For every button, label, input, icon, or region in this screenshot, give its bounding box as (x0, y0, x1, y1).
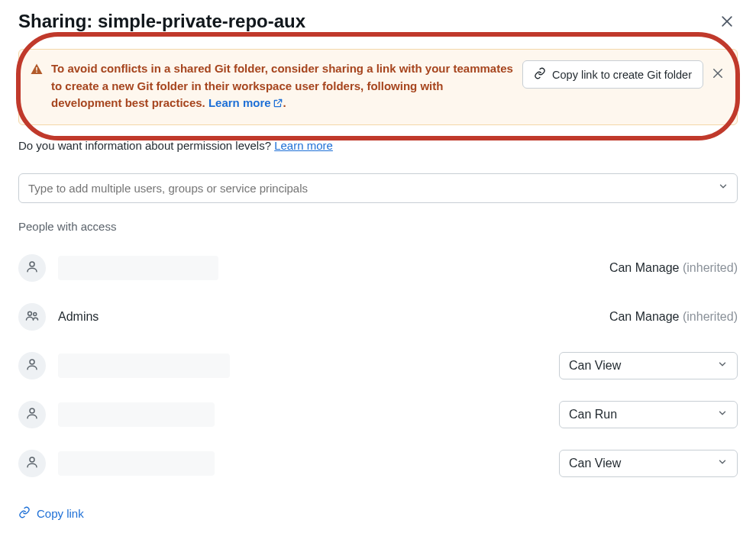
svg-point-11 (30, 457, 34, 462)
copy-link-button[interactable]: Copy link (18, 506, 84, 521)
permission-learn-more-link[interactable]: Learn more (274, 139, 333, 152)
chevron-down-icon (717, 359, 728, 373)
permission-label: Can Manage (609, 261, 680, 274)
user-icon (25, 260, 39, 276)
svg-point-7 (28, 312, 32, 315)
svg-rect-2 (36, 67, 37, 71)
access-row: Can View (18, 341, 738, 390)
permission-static: Can Manage (inherited) (609, 310, 738, 324)
user-icon (25, 455, 39, 472)
svg-point-8 (34, 312, 37, 315)
principal-name-redacted (58, 256, 218, 280)
group-icon (25, 308, 39, 325)
git-folder-alert: To avoid conflicts in a shared Git folde… (18, 49, 738, 125)
close-icon (719, 14, 735, 29)
permission-select-value: Can View (569, 457, 621, 470)
svg-rect-3 (36, 72, 37, 73)
close-icon (711, 71, 725, 82)
link-icon (18, 506, 31, 521)
access-row: Can View (18, 439, 738, 488)
permission-info-text: Do you want information about permission… (18, 139, 274, 152)
chevron-down-icon (717, 408, 728, 421)
access-row: Can Manage (inherited) (18, 244, 738, 292)
permission-select[interactable]: Can View (559, 450, 738, 477)
permission-static: Can Manage (inherited) (609, 261, 738, 275)
permission-select[interactable]: Can View (559, 352, 738, 379)
chevron-down-icon (717, 457, 728, 470)
alert-actions: Copy link to create Git folder (522, 60, 726, 89)
permission-info: Do you want information about permission… (18, 139, 738, 152)
dialog-header: Sharing: simple-private-repo-aux (18, 11, 738, 32)
svg-point-9 (30, 360, 34, 364)
copy-link-label: Copy link (37, 507, 84, 520)
svg-point-10 (30, 408, 34, 413)
access-row: Admins Can Manage (inherited) (18, 292, 738, 341)
close-button[interactable] (716, 11, 738, 32)
alert-learn-more-link[interactable]: Learn more (208, 96, 283, 109)
avatar (18, 450, 46, 477)
git-folder-alert-wrap: To avoid conflicts in a shared Git folde… (18, 49, 738, 125)
avatar (18, 352, 46, 379)
warning-icon (30, 63, 44, 76)
add-principal-input[interactable] (18, 173, 738, 203)
permission-inherited: (inherited) (680, 310, 738, 323)
dialog-title: Sharing: simple-private-repo-aux (18, 11, 305, 32)
access-row: Can Run (18, 390, 738, 439)
sharing-dialog: Sharing: simple-private-repo-aux To avoi… (0, 0, 756, 536)
permission-select[interactable]: Can Run (559, 401, 738, 428)
permission-select-value: Can View (569, 359, 621, 373)
button-label: Copy link to create Git folder (552, 69, 692, 81)
principal-name-redacted (58, 451, 215, 476)
svg-point-6 (30, 262, 34, 266)
copy-link-create-git-folder-button[interactable]: Copy link to create Git folder (522, 60, 703, 89)
link-icon (534, 67, 546, 82)
people-with-access-label: People with access (18, 220, 738, 233)
avatar (18, 401, 46, 428)
permission-select-value: Can Run (569, 408, 617, 421)
principal-name-redacted (58, 354, 230, 378)
external-link-icon (273, 96, 283, 114)
alert-close-button[interactable] (709, 65, 726, 84)
permission-label: Can Manage (609, 310, 680, 323)
add-principal-combobox[interactable] (18, 173, 738, 203)
avatar (18, 303, 46, 331)
principal-name: Admins (58, 310, 99, 324)
access-list: Can Manage (inherited) Admins Can Manage… (18, 244, 738, 488)
avatar (18, 254, 46, 282)
user-icon (25, 357, 39, 374)
principal-name-redacted (58, 402, 215, 427)
permission-inherited: (inherited) (680, 261, 738, 274)
alert-text: To avoid conflicts in a shared Git folde… (51, 60, 515, 114)
user-icon (25, 406, 39, 423)
alert-period: . (283, 96, 286, 109)
